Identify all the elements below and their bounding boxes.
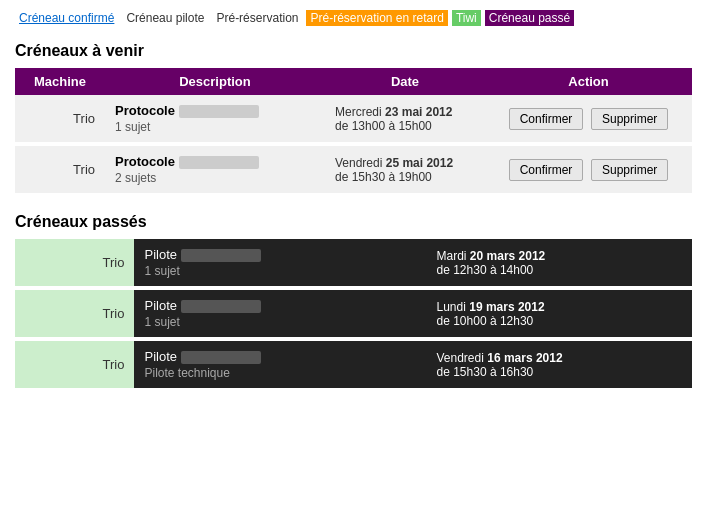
legend-tiwi: Tiwi	[452, 10, 481, 26]
desc-title: Protocole	[115, 154, 175, 169]
past-date-main: 20 mars 2012	[470, 249, 545, 263]
section-past-title: Créneaux passés	[15, 213, 692, 231]
col-description: Description	[105, 68, 325, 95]
past-machine-cell: Trio	[15, 288, 134, 339]
date-day: Vendredi	[335, 156, 382, 170]
action-cell: Confirmer Supprimer	[485, 95, 692, 144]
past-date-cell: Vendredi 16 mars 2012 de 15h30 à 16h30	[427, 339, 693, 390]
col-date: Date	[325, 68, 485, 95]
past-date-time: de 15h30 à 16h30	[437, 365, 534, 379]
past-date-time: de 12h30 à 14h00	[437, 263, 534, 277]
past-desc-cell: Pilote 1 sujet	[134, 239, 426, 288]
desc-blur	[179, 105, 259, 118]
action-cell: Confirmer Supprimer	[485, 144, 692, 195]
machine-cell: Trio	[15, 144, 105, 195]
col-machine: Machine	[15, 68, 105, 95]
legend-passe: Créneau passé	[485, 10, 574, 26]
desc-sub: 1 sujet	[115, 120, 315, 134]
legend-bar: Créneau confirmé Créneau pilote Pré-rése…	[15, 10, 692, 26]
table-header-row: Machine Description Date Action	[15, 68, 692, 95]
machine-cell: Trio	[15, 95, 105, 144]
date-time: de 13h00 à 15h00	[335, 119, 432, 133]
desc-cell: Protocole 1 sujet	[105, 95, 325, 144]
date-main: 23 mai 2012	[385, 105, 452, 119]
table-row: Trio Pilote 1 sujet Mardi 20 mars 2012 d…	[15, 239, 692, 288]
past-date-cell: Mardi 20 mars 2012 de 12h30 à 14h00	[427, 239, 693, 288]
past-date-time: de 10h00 à 12h30	[437, 314, 534, 328]
desc-blur	[179, 156, 259, 169]
past-date-day: Lundi	[437, 300, 466, 314]
past-desc-blur	[181, 300, 261, 313]
delete-button[interactable]: Supprimer	[591, 159, 668, 181]
past-date-main: 16 mars 2012	[487, 351, 562, 365]
past-desc-blur	[181, 351, 261, 364]
past-desc-title: Pilote	[144, 298, 177, 313]
desc-sub: 2 sujets	[115, 171, 315, 185]
date-time: de 15h30 à 19h00	[335, 170, 432, 184]
past-table: Trio Pilote 1 sujet Mardi 20 mars 2012 d…	[15, 239, 692, 392]
legend-pilote: Créneau pilote	[122, 10, 208, 26]
section-upcoming-title: Créneaux à venir	[15, 42, 692, 60]
table-row: Trio Pilote 1 sujet Lundi 19 mars 2012 d…	[15, 288, 692, 339]
confirm-button[interactable]: Confirmer	[509, 159, 584, 181]
past-desc-sub: Pilote technique	[144, 366, 416, 380]
past-date-main: 19 mars 2012	[469, 300, 544, 314]
past-desc-cell: Pilote 1 sujet	[134, 288, 426, 339]
table-row: Trio Protocole 2 sujets Vendredi 25 mai …	[15, 144, 692, 195]
past-desc-cell: Pilote Pilote technique	[134, 339, 426, 390]
upcoming-table: Machine Description Date Action Trio Pro…	[15, 68, 692, 197]
past-desc-title: Pilote	[144, 349, 177, 364]
past-desc-sub: 1 sujet	[144, 315, 416, 329]
past-machine-cell: Trio	[15, 239, 134, 288]
past-desc-blur	[181, 249, 261, 262]
past-desc-sub: 1 sujet	[144, 264, 416, 278]
legend-prereserv-retard: Pré-réservation en retard	[306, 10, 447, 26]
confirm-button[interactable]: Confirmer	[509, 108, 584, 130]
col-action: Action	[485, 68, 692, 95]
table-row: Trio Pilote Pilote technique Vendredi 16…	[15, 339, 692, 390]
delete-button[interactable]: Supprimer	[591, 108, 668, 130]
date-main: 25 mai 2012	[386, 156, 453, 170]
date-cell: Mercredi 23 mai 2012 de 13h00 à 15h00	[325, 95, 485, 144]
table-row: Trio Protocole 1 sujet Mercredi 23 mai 2…	[15, 95, 692, 144]
legend-confirmed: Créneau confirmé	[15, 10, 118, 26]
past-desc-title: Pilote	[144, 247, 177, 262]
date-day: Mercredi	[335, 105, 382, 119]
past-date-cell: Lundi 19 mars 2012 de 10h00 à 12h30	[427, 288, 693, 339]
past-machine-cell: Trio	[15, 339, 134, 390]
desc-title: Protocole	[115, 103, 175, 118]
legend-prereserv: Pré-réservation	[212, 10, 302, 26]
past-date-day: Vendredi	[437, 351, 484, 365]
date-cell: Vendredi 25 mai 2012 de 15h30 à 19h00	[325, 144, 485, 195]
past-date-day: Mardi	[437, 249, 467, 263]
desc-cell: Protocole 2 sujets	[105, 144, 325, 195]
